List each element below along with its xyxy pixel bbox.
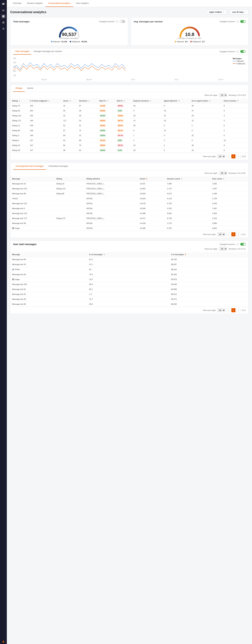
sidebar-icon-notification[interactable] [1,639,6,644]
chevron-down-icon-2 [245,11,246,13]
dialogs-next-page[interactable]: › [236,154,240,158]
total-messages-toggle[interactable] [120,20,125,23]
col-triggered[interactable]: # of times triggered ⇅ [28,98,62,103]
col-user-count[interactable]: User count ⇅ [210,176,248,181]
col-us-num-messages[interactable]: # of messages ▼ [169,252,248,257]
col-us-pct-messages[interactable]: % of messages ⇅ [88,252,169,257]
avg-messages-info-icon[interactable]: i [236,20,239,23]
col-us-message[interactable]: Message [10,252,88,257]
dialogs-rows-per-page-select[interactable]: 10 25 50 [219,93,227,97]
unrecognized-rows-per-page-bottom-select[interactable]: 10 [217,232,225,236]
chevron-down-icon [223,11,224,13]
avg-messages-value: 10.8 [178,32,201,37]
unrec-session-count: 6,730 [165,216,210,221]
table-row: Message text 118 INITIAL 14,488 6,034 2,… [10,211,248,216]
user-start-rows-per-page-bottom-select[interactable]: 10 [217,308,225,312]
chart-tab-total[interactable]: Total messages [13,48,31,54]
col-close-session[interactable]: Close session ⇅ [222,98,248,103]
tab-unhandled[interactable]: Unhandled messages [46,163,70,170]
sidebar-icon-analytics[interactable] [1,14,6,19]
table-row: Dialog 119 150 32 30 16.4% 18.8% 23 15 2… [10,113,248,118]
unrecognized-section-card: Unrecognized intent messages Unhandled m… [10,163,248,238]
unrec-session-count: 1,279 [165,221,210,226]
us-num-messages: 93,648 [169,282,248,287]
dialog-start-pct: 19.6% [98,128,115,133]
user-start-prev-page[interactable]: ‹ [226,308,230,312]
chart-info-icon[interactable]: i [236,50,239,53]
table-row: Dialog 24 147 82 76 28.6% 39.1% 19 3 35 … [10,143,248,148]
col-sessions[interactable]: Sessions ⇅ [78,98,98,103]
col-start-pct[interactable]: Start % ⇅ [98,98,115,103]
col-dialog[interactable]: Dialog ⇅ [10,98,28,103]
unrecognized-prev-page[interactable]: ‹ [226,232,230,236]
user-start-page-1[interactable]: 1 [231,308,236,312]
unrec-element: INITIAL [85,201,138,206]
table-row: Dialog 28 147 36 63 18.6% 2.4% 20 5 19 0 [10,148,248,153]
col-dialog[interactable]: Dialog [55,176,85,181]
chart-tab-avg[interactable]: Average messages per session [31,48,64,54]
table-row: 🔊 Audio 82 98,544 [10,267,248,272]
us-message: Message text 109 [10,282,88,287]
total-messages-info-icon[interactable]: i [116,20,118,23]
tab-session-analytics[interactable]: Session analytics [24,0,46,7]
us-num-messages: 90,898 [169,287,248,292]
unrecognized-rows-per-page-select[interactable]: 10 [219,171,227,175]
sidebar-icon-users[interactable] [1,8,6,12]
unrec-user-count: 2,735 [210,196,248,201]
unrecognized-next-page[interactable]: › [236,232,240,236]
dialogs-prev-page[interactable]: ‹ [226,154,230,158]
col-message[interactable]: Message [10,176,55,181]
col-agent-takeover[interactable]: Agent takeover ⇅ [162,98,190,103]
dialog-triggered: 147 [28,143,62,148]
sidebar-icon-bot[interactable] [1,26,6,31]
unrec-user-count: 2,464 [210,211,248,216]
avg-messages-card: Avg. messages per session Engaged sessio… [131,17,248,46]
page-content: Conversational analytics Apple chatbot |… [7,7,252,644]
col-go-agent[interactable]: Go to agent action ⇅ [190,98,222,103]
tab-user-analytics[interactable]: User analytics [73,0,92,7]
dialog-go-agent: 37 [190,108,222,113]
tab-conversational-analytics[interactable]: Conversational analytics [46,0,73,7]
user-start-toggle[interactable] [240,243,246,246]
total-messages-legend: Inbound 42,146 Outbound 48,391 [13,40,125,43]
dialogs-rows-per-page-bottom-select[interactable]: 10 [217,154,225,158]
dialogs-table-body: Dialog 70 150 10 97 21.3% 39.5% 20 9 28 … [10,103,248,153]
table-row: Message text 25 1.3 89,812 [10,292,248,297]
dialog-agent-takeover: 19 [162,108,190,113]
dialog-triggered: 150 [28,113,62,118]
table-row: Message text 88 Dialog 88 PROCESS_USER_I… [10,191,248,196]
col-users[interactable]: Users ⇅ [62,98,78,103]
avg-messages-toggle[interactable] [240,20,246,23]
chart-svg [13,58,246,78]
dialog-start-pct: 20.6% [98,108,115,113]
col-exit-pct[interactable]: Exit % ⇅ [115,98,132,103]
dialog-name: Dialog 70 [10,103,28,108]
user-start-next-page[interactable]: › [236,308,240,312]
dialogs-page-1[interactable]: 1 [231,154,236,158]
tab-overview[interactable]: Overview [10,0,24,7]
user-start-table-body: Message text 89 61.5 99,700 Message text… [10,257,248,307]
chatbot-selector[interactable]: Apple chatbot [207,10,226,14]
user-start-info-icon[interactable]: i [236,243,239,246]
col-count[interactable]: Count ▼ [138,176,166,181]
unrec-dialog: Dialog 32 [55,181,85,186]
col-expired[interactable]: Expired sessions ⇅ [132,98,162,103]
col-dialog-element[interactable]: Dialog element [85,176,138,181]
sidebar-icon-chat[interactable] [1,2,6,6]
tab-intents[interactable]: Intents [25,85,36,92]
chart-toggle[interactable] [240,50,246,53]
tab-dialogs[interactable]: Dialogs [13,85,25,92]
table-row: Message text 90 96.8 86,040 [10,302,248,307]
dialog-agent-takeover: 19 [162,118,190,123]
date-range-selector[interactable]: Last 30 days [230,10,248,14]
unrecognized-page-1[interactable]: 1 [231,232,236,236]
dialog-exit-pct: 18.8% [115,113,132,118]
dialog-close: 8 [222,143,248,148]
tab-unrecognized[interactable]: Unrecognized intent messages [13,163,46,170]
unrec-count: 14,471 [138,216,166,221]
chart-with-labels: 500 400 300 200 100 [13,57,246,78]
sidebar-icon-settings[interactable] [1,20,6,25]
col-session-count[interactable]: Session count ⇅ [165,176,210,181]
table-row: Dialog 92 150 55 28 20.6% 4.0% 4 19 37 6 [10,108,248,113]
user-start-rows-per-page-select[interactable]: 10 [219,247,227,251]
